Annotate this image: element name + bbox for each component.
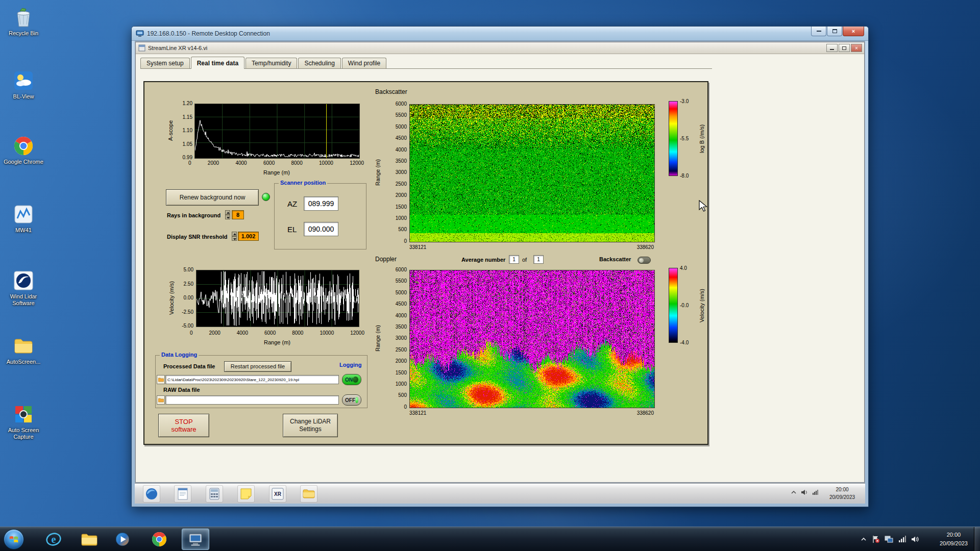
remote-network-icon[interactable] [812, 489, 818, 495]
snr-stepper[interactable] [232, 232, 237, 241]
folder-icon [12, 335, 35, 357]
raw-file-browse-icon[interactable] [157, 395, 165, 405]
tab-temp-humidity[interactable]: Temp/humidity [246, 58, 297, 68]
ascope-y-axis-label: A-scope [167, 104, 174, 158]
mouse-cursor [698, 200, 708, 212]
remote-sticky-notes-icon[interactable] [237, 485, 255, 503]
recycle-bin-icon [12, 6, 35, 29]
remote-browser-icon[interactable] [143, 485, 160, 503]
processed-file-browse-icon[interactable] [157, 375, 165, 384]
taskbar: e 20:00 20/09/2023 [0, 527, 980, 551]
desktop-icon-autoscreen[interactable]: AutoScreen... [2, 335, 45, 365]
data-logging-title: Data Logging [160, 352, 199, 358]
remote-hidden-icons-arrow[interactable] [791, 490, 796, 494]
tab-wind-profile[interactable]: Wind profile [342, 58, 386, 68]
taskbar-rdp-active-button[interactable] [182, 529, 209, 550]
volume-tray-icon[interactable] [911, 536, 919, 543]
rdp-titlebar[interactable]: 192.168.0.150 - Remote Desktop Connectio… [132, 27, 868, 41]
remote-folder-icon[interactable] [300, 485, 317, 503]
velocity-y-ticks: 5.002.500.00-2.50-5.00 [174, 267, 193, 329]
app-window: StreamLine XR v14-6.vi × System setup Re… [135, 42, 865, 483]
stop-button-line1: STOP [175, 418, 192, 425]
velocity-x-axis-label: Range (m) [196, 339, 358, 345]
average-total-field[interactable]: 1 [533, 255, 544, 264]
app-close-button[interactable]: × [851, 44, 862, 52]
tab-real-time-data[interactable]: Real time data [191, 57, 244, 69]
desktop-icon-label: Wind Lidar Software [2, 293, 45, 307]
average-of-label: of [522, 257, 527, 263]
raw-logging-toggle[interactable]: OFF [342, 394, 361, 406]
rdp-maximize-button[interactable] [827, 27, 842, 36]
start-button[interactable] [4, 529, 24, 549]
desktop-icon-mw41[interactable]: MW41 [2, 203, 45, 234]
remote-volume-icon[interactable] [801, 489, 807, 495]
renew-background-led [262, 193, 270, 201]
remote-desktop-area: StreamLine XR v14-6.vi × System setup Re… [135, 41, 865, 504]
remote-taskbar: XR 20:00 20/09/2023 [135, 483, 865, 504]
snr-value-field[interactable]: 1.002 [238, 232, 259, 241]
scanner-position-group: Scanner position AZ 089.999 EL 090.000 [274, 183, 366, 249]
remote-streamline-xr-icon[interactable]: XR [269, 485, 286, 503]
taskbar-ie-icon[interactable]: e [43, 529, 64, 549]
taskbar-chrome-icon[interactable] [149, 529, 169, 549]
backscatter-doppler-toggle[interactable] [638, 257, 651, 264]
desktop-icon-auto-screen-capture[interactable]: Auto Screen Capture [2, 403, 45, 440]
rdp-app-icon [187, 531, 204, 548]
desktop-icon-label: MW41 [2, 227, 45, 234]
desktop-icon-recycle-bin[interactable]: Recycle Bin [2, 6, 45, 37]
remote-clock[interactable]: 20:00 20/09/2023 [822, 486, 862, 501]
backscatter-section-title: Backscatter [375, 88, 407, 95]
remote-calculator-icon[interactable] [206, 485, 223, 503]
app-restore-button[interactable] [839, 44, 850, 52]
show-hidden-icons-button[interactable] [861, 537, 867, 542]
change-lidar-settings-button[interactable]: Change LiDAR Settings [283, 414, 338, 437]
tab-system-setup[interactable]: System setup [140, 58, 190, 68]
tab-scheduling[interactable]: Scheduling [298, 58, 340, 68]
el-field[interactable]: 090.000 [304, 222, 338, 236]
network-tray-icon[interactable] [898, 536, 906, 543]
desktop: Recycle Bin BL-View Google Chrome MW41 W… [0, 0, 980, 551]
taskbar-media-player-icon[interactable] [112, 529, 133, 549]
rdp-minimize-button[interactable] [811, 27, 826, 36]
ascope-chart [194, 104, 360, 159]
desktop-icon-bl-view[interactable]: BL-View [2, 69, 45, 100]
doppler-x-start: 338121 [409, 410, 426, 416]
backscatter-colorbar [669, 101, 678, 176]
bl-view-icon [12, 69, 35, 92]
desktop-icon-google-chrome[interactable]: Google Chrome [2, 135, 45, 165]
settings-button-line1: Change LiDAR [290, 418, 331, 425]
remote-notepad-icon[interactable] [174, 485, 191, 503]
desktop-icon-wind-lidar[interactable]: Wind Lidar Software [2, 269, 45, 307]
show-desktop-button[interactable] [974, 527, 980, 551]
app-window-title: StreamLine XR v14-6.vi [148, 45, 207, 51]
app-minimize-button[interactable] [826, 44, 838, 52]
az-field[interactable]: 089.999 [304, 196, 338, 211]
processed-data-file-path[interactable]: C:\Lidar\Data\Proc\2023\202309\20230920\… [165, 375, 339, 384]
restart-processed-file-button[interactable]: Restart processed file [224, 361, 291, 372]
stop-software-button[interactable]: STOP software [158, 414, 209, 437]
el-label: EL [287, 225, 297, 234]
snr-threshold-label: Display SNR threshold [167, 234, 228, 240]
doppler-heatmap [409, 270, 655, 408]
wind-lidar-icon [12, 269, 35, 292]
taskbar-clock[interactable]: 20:00 20/09/2023 [940, 531, 968, 548]
az-label: AZ [287, 199, 297, 208]
backscatter-x-labels: 338121 338620 [409, 244, 654, 250]
raw-data-file-path[interactable] [165, 395, 339, 405]
app-icon [138, 44, 145, 52]
renew-background-button[interactable]: Renew background now [166, 189, 259, 206]
mw41-icon [12, 203, 35, 226]
desktop-icon-label: BL-View [2, 93, 45, 100]
rays-stepper[interactable] [225, 210, 230, 219]
processed-logging-toggle[interactable]: ON [342, 374, 361, 385]
rdp-close-button[interactable]: × [843, 27, 864, 36]
rays-value-field[interactable]: 8 [232, 210, 244, 219]
backscatter-y-axis-label: Range (m) [374, 104, 381, 241]
realtime-panel: A-scope 1.201.151.101.050.99 02000400060… [143, 81, 708, 445]
rdp-session-tray-icon[interactable] [885, 536, 893, 543]
taskbar-explorer-icon[interactable] [79, 529, 100, 549]
average-number-field[interactable]: 1 [509, 255, 519, 264]
app-titlebar[interactable]: StreamLine XR v14-6.vi × [136, 42, 864, 54]
action-center-flag-icon[interactable] [872, 535, 879, 543]
desktop-icon-label: AutoScreen... [2, 359, 45, 365]
